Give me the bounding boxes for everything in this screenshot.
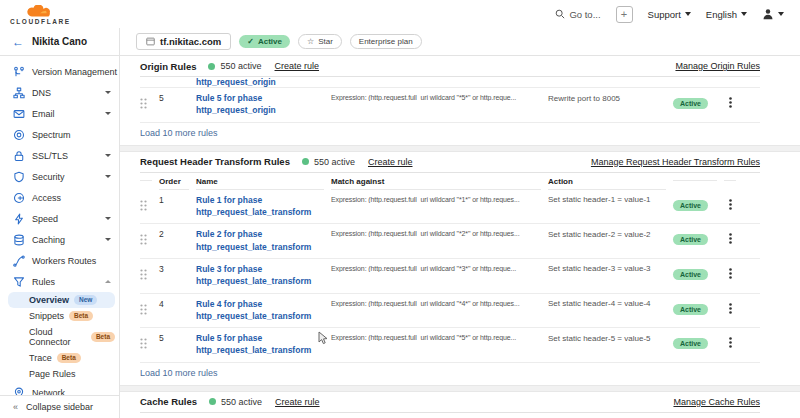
section-status: 550 active — [220, 61, 261, 71]
kebab-menu-icon[interactable] — [729, 332, 732, 352]
check-icon: ✓ — [247, 37, 254, 46]
sidebar-item-caching[interactable]: Caching — [0, 229, 119, 250]
sidebar-item-page-rules[interactable]: Page Rules — [0, 366, 119, 382]
sidebar-item-label: Rules — [32, 277, 55, 287]
sidebar-item-snippets[interactable]: Snippets Beta — [0, 308, 119, 324]
create-rule-link[interactable]: Create rule — [368, 157, 413, 167]
drag-handle-icon[interactable] — [140, 228, 152, 249]
load-more-rules-link[interactable]: Load 10 more rules — [140, 363, 760, 385]
language-menu[interactable]: English — [706, 9, 747, 20]
load-more-rules-link[interactable]: Load 10 more rules — [140, 123, 760, 145]
sidebar-item-security[interactable]: Security — [0, 166, 119, 187]
goto-search-label: Go to... — [569, 9, 600, 20]
page-layout: Version Management DNS Email Spectrum SS… — [0, 56, 800, 418]
rule-action: Set static header-1 = value-1 — [548, 194, 666, 205]
goto-search[interactable]: Go to... — [555, 9, 600, 20]
sidebar-nav: Version Management DNS Email Spectrum SS… — [0, 61, 119, 395]
sidebar-item-ssl-tls[interactable]: SSL/TLS — [0, 145, 119, 166]
rule-action: Set static header-3 = value-3 — [548, 263, 666, 274]
add-site-button[interactable]: + — [616, 6, 633, 23]
drag-handle-icon[interactable] — [140, 298, 152, 319]
rule-name-link[interactable]: Rule 5 for phase http_request_origin — [196, 92, 324, 117]
sidebar-item-label: Security — [32, 172, 65, 182]
sidebar-item-cloud-connector[interactable]: Cloud Connector Beta — [0, 324, 119, 350]
handle-col-header — [140, 173, 152, 181]
collapse-icon: « — [13, 402, 18, 412]
section-title: Cache Rules — [140, 396, 197, 407]
email-icon — [13, 108, 25, 120]
sidebar-item-version-management[interactable]: Version Management — [0, 61, 119, 82]
create-rule-link[interactable]: Create rule — [275, 397, 320, 407]
rule-name-link[interactable]: Rule 4 for phase http_request_late_trans… — [196, 298, 324, 323]
account-header: ← Nikita Cano — [0, 28, 120, 55]
rule-name-link[interactable]: http_request_origin — [196, 77, 324, 88]
kebab-menu-icon[interactable] — [729, 194, 732, 214]
drag-handle-icon[interactable] — [140, 194, 152, 215]
chevron-down-icon — [105, 217, 111, 220]
cloudflare-logo: CLOUDFLARE — [10, 5, 71, 26]
sidebar-item-speed[interactable]: Speed — [0, 208, 119, 229]
sidebar-item-overview[interactable]: Overview New — [8, 292, 115, 308]
rule-name-link[interactable]: Rule 5 for phase http_request_late_trans… — [196, 332, 324, 357]
rule-order: 2 — [159, 228, 189, 239]
active-status-dot-icon — [302, 158, 309, 165]
collapse-sidebar-button[interactable]: « Collapse sidebar — [0, 395, 119, 418]
order-col-header: Order — [159, 413, 189, 418]
caching-icon — [13, 234, 25, 246]
rules-section: Origin Rules 550 active Create rule Mana… — [120, 56, 800, 145]
sidebar-subitem-label: Trace — [29, 353, 52, 363]
rule-name-link[interactable]: Rule 2 for phase http_request_late_trans… — [196, 228, 324, 253]
spectrum-icon — [13, 129, 25, 141]
account-name: Nikita Cano — [32, 36, 87, 47]
sidebar-item-spectrum[interactable]: Spectrum — [0, 124, 119, 145]
sidebar-item-email[interactable]: Email — [0, 103, 119, 124]
table-rows: 1 Rule 1 for phase http_request_late_tra… — [140, 190, 760, 363]
chevron-down-icon — [105, 91, 111, 94]
sidebar-item-trace[interactable]: Trace Beta — [0, 350, 119, 366]
section-status: 550 active — [314, 157, 355, 167]
chevron-down-icon — [105, 238, 111, 241]
account-menu[interactable] — [762, 8, 784, 20]
drag-handle-icon[interactable] — [140, 332, 152, 353]
sidebar-subitem-label: Page Rules — [29, 369, 76, 379]
manage-rules-link[interactable]: Manage Origin Rules — [675, 61, 760, 71]
sidebar-subitem-label: Cloud Connector — [29, 327, 86, 347]
manage-rules-link[interactable]: Manage Request Header Transform Rules — [591, 157, 760, 167]
sidebar-item-workers-routes[interactable]: Workers Routes — [0, 250, 119, 271]
rule-order: 4 — [159, 298, 189, 309]
support-menu[interactable]: Support — [648, 9, 691, 20]
sidebar-item-rules[interactable]: Rules — [0, 271, 119, 292]
kebab-menu-icon[interactable] — [729, 228, 732, 248]
drag-handle-icon[interactable] — [140, 92, 152, 113]
rule-expression: Expression: (http.request.full_uri wildc… — [331, 228, 541, 237]
rule-name-link[interactable]: Rule 1 for phase http_request_late_trans… — [196, 194, 324, 219]
plus-icon: + — [621, 8, 627, 20]
sidebar-item-access[interactable]: Access — [0, 187, 119, 208]
kebab-menu-icon[interactable] — [729, 92, 732, 112]
sidebar-item-dns[interactable]: DNS — [0, 82, 119, 103]
kebab-menu-icon[interactable] — [729, 298, 732, 318]
sidebar: Version Management DNS Email Spectrum SS… — [0, 56, 120, 418]
table-row: 2 Rule 2 for phase http_request_late_tra… — [140, 224, 760, 259]
sidebar-item-label: Caching — [32, 235, 65, 245]
rule-name-link[interactable]: Rule 3 for phase http_request_late_trans… — [196, 263, 324, 288]
create-rule-link[interactable]: Create rule — [275, 61, 320, 71]
name-col-header: Name — [196, 413, 324, 418]
manage-rules-link[interactable]: Manage Cache Rules — [673, 397, 760, 407]
domain-selector[interactable]: tf.nikitac.com — [136, 33, 231, 50]
section-divider — [120, 145, 800, 152]
order-col-header: Order — [159, 173, 189, 190]
rule-status-badge: Active — [673, 269, 708, 280]
drag-handle-icon[interactable] — [140, 263, 152, 284]
account-bar: ← Nikita Cano tf.nikitac.com ✓ Active ☆ … — [0, 28, 800, 56]
chevron-down-icon — [105, 112, 111, 115]
star-button[interactable]: ☆ Star — [298, 34, 342, 49]
search-icon — [555, 9, 565, 19]
sidebar-item-label: DNS — [32, 88, 51, 98]
back-arrow-icon[interactable]: ← — [12, 36, 24, 48]
sidebar-item-network[interactable]: Network — [0, 382, 119, 395]
kebab-menu-icon[interactable] — [729, 263, 732, 283]
sidebar-subitem-label: Snippets — [29, 311, 64, 321]
support-label: Support — [648, 9, 681, 20]
chevron-down-icon — [685, 12, 691, 16]
